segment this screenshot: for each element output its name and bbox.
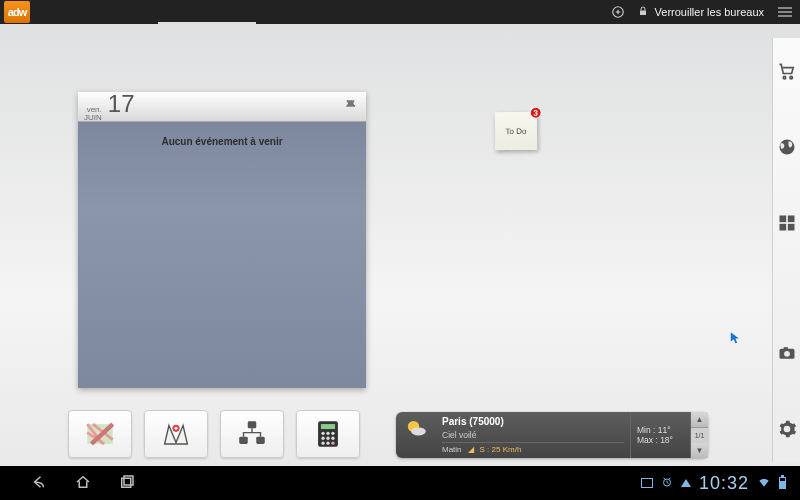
svg-rect-17 <box>248 421 257 428</box>
maps-tile[interactable] <box>68 410 132 458</box>
svg-point-22 <box>321 432 324 435</box>
weather-city: Paris (75000) <box>442 416 624 427</box>
gear-icon[interactable] <box>776 418 798 440</box>
add-icon[interactable] <box>605 5 631 19</box>
notification-badge: 3 <box>530 107 542 119</box>
calendar-widget[interactable]: ven. JUIN 17 Aucun événement à venir <box>78 92 366 388</box>
svg-point-28 <box>321 442 324 445</box>
svg-point-26 <box>326 437 329 440</box>
weather-period: Matin <box>442 445 462 454</box>
lock-desktops-button[interactable]: Verrouiller les bureaux <box>631 5 770 19</box>
svg-point-29 <box>326 442 329 445</box>
svg-point-16 <box>175 427 178 430</box>
wind-icon: ◢ <box>468 445 474 454</box>
side-dock <box>772 38 800 462</box>
pin-icon[interactable] <box>344 98 358 116</box>
svg-rect-13 <box>783 347 787 350</box>
lock-icon <box>637 5 649 19</box>
svg-rect-8 <box>787 216 794 223</box>
svg-point-27 <box>331 437 334 440</box>
svg-point-30 <box>331 442 334 445</box>
alarm-icon <box>661 476 673 491</box>
notification-icon <box>681 479 691 487</box>
svg-point-23 <box>326 432 329 435</box>
svg-point-32 <box>411 427 426 435</box>
weather-widget[interactable]: Paris (75000) Ciel voilé Matin ◢ S : 25 … <box>396 412 708 458</box>
svg-rect-18 <box>239 437 248 444</box>
launcher-logo[interactable]: adw <box>4 1 30 23</box>
weather-wind: S : 25 Km/h <box>480 445 522 454</box>
sdcard-icon <box>641 478 653 488</box>
mouse-cursor-icon <box>729 331 743 349</box>
page-indicator <box>158 22 256 24</box>
svg-point-12 <box>784 351 790 357</box>
system-navbar: 10:32 <box>0 466 800 500</box>
launcher-row <box>68 410 360 458</box>
svg-point-4 <box>783 76 786 79</box>
weather-max: Max : 18° <box>637 435 673 445</box>
lock-label: Verrouiller les bureaux <box>655 6 764 18</box>
todo-sticky-note[interactable]: To Do 3 <box>495 112 538 151</box>
calendar-empty-text: Aucun événement à venir <box>78 136 366 147</box>
weather-temps: Min : 11° Max : 18° <box>630 412 690 458</box>
cart-icon[interactable] <box>776 60 798 82</box>
menu-icon[interactable] <box>770 6 800 18</box>
battery-icon <box>779 477 786 489</box>
weather-condition-icon <box>396 412 436 458</box>
weather-down-button[interactable]: ▼ <box>691 443 708 458</box>
svg-rect-7 <box>779 216 786 223</box>
navigation-tile[interactable] <box>144 410 208 458</box>
calendar-month: JUIN <box>84 114 102 122</box>
svg-rect-3 <box>640 11 646 16</box>
top-bar: adw Verrouiller les bureaux <box>0 0 800 24</box>
desktop: adw Verrouiller les bureaux <box>0 0 800 500</box>
camera-icon[interactable] <box>776 342 798 364</box>
org-chart-tile[interactable] <box>220 410 284 458</box>
weather-up-button[interactable]: ▲ <box>691 412 708 428</box>
svg-rect-21 <box>321 424 335 429</box>
calculator-tile[interactable] <box>296 410 360 458</box>
calendar-body: Aucun événement à venir <box>78 122 366 388</box>
svg-rect-9 <box>779 224 786 231</box>
svg-rect-10 <box>787 224 794 231</box>
globe-icon[interactable] <box>776 136 798 158</box>
svg-rect-33 <box>122 478 131 487</box>
svg-point-5 <box>789 76 792 79</box>
weather-main: Paris (75000) Ciel voilé Matin ◢ S : 25 … <box>436 412 630 458</box>
sticky-label: To Do <box>505 126 526 135</box>
svg-rect-19 <box>256 437 265 444</box>
home-button[interactable] <box>74 473 92 494</box>
back-button[interactable] <box>30 473 48 494</box>
svg-rect-34 <box>124 476 133 485</box>
recents-button[interactable] <box>118 473 136 494</box>
clock-display: 10:32 <box>699 473 749 494</box>
grid-icon[interactable] <box>776 212 798 234</box>
weather-condition: Ciel voilé <box>442 430 624 440</box>
weather-pager: ▲ 1/1 ▼ <box>690 412 708 458</box>
weather-page-indicator: 1/1 <box>691 428 708 443</box>
status-tray[interactable]: 10:32 <box>641 473 800 494</box>
weather-min: Min : 11° <box>637 425 671 435</box>
calendar-daynum: 17 <box>108 92 135 116</box>
svg-point-25 <box>321 437 324 440</box>
wifi-icon <box>757 475 771 492</box>
calendar-header: ven. JUIN 17 <box>78 92 366 122</box>
svg-point-24 <box>331 432 334 435</box>
